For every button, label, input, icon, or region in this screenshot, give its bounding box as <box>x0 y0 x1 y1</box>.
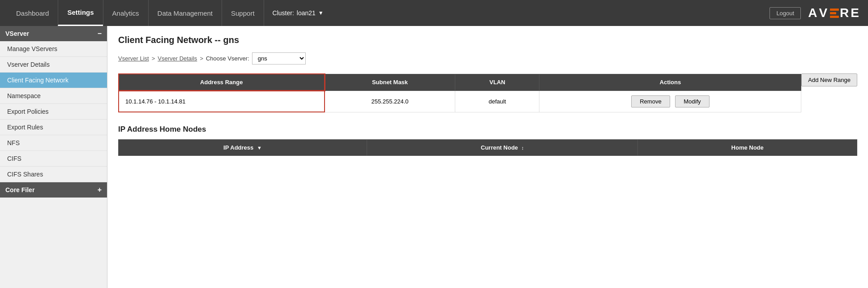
address-range-table: Address Range Subnet Mask VLAN Actions 1… <box>118 73 801 112</box>
vserver-select[interactable]: gns <box>252 52 306 64</box>
ip-address-sort-icon[interactable]: ▼ <box>257 145 262 150</box>
topbar: Dashboard Settings Analytics Data Manage… <box>0 0 868 26</box>
sidebar-item-cifs[interactable]: CIFS <box>0 151 107 167</box>
avere-logo: A V R E <box>808 6 861 20</box>
logo-r: R <box>840 6 851 20</box>
modify-button[interactable]: Modify <box>675 95 709 107</box>
logo-bar-icon <box>830 9 839 18</box>
logo-a: A <box>808 6 819 20</box>
sidebar: VServer − Manage VServers Vserver Detail… <box>0 26 107 288</box>
tab-analytics[interactable]: Analytics <box>103 0 149 26</box>
tab-settings[interactable]: Settings <box>58 0 103 26</box>
breadcrumb: Vserver List > Vserver Details > Choose … <box>118 52 857 64</box>
topbar-left: Dashboard Settings Analytics Data Manage… <box>7 0 324 26</box>
tab-support[interactable]: Support <box>222 0 264 26</box>
vserver-collapse-icon: − <box>98 30 102 38</box>
col-header-actions: Actions <box>539 74 801 90</box>
cell-address-range: 10.1.14.76 - 10.1.14.81 <box>119 90 325 112</box>
sidebar-item-nfs[interactable]: NFS <box>0 135 107 151</box>
logo-v: V <box>819 6 829 20</box>
vserver-section-header[interactable]: VServer − <box>0 26 107 41</box>
cluster-selector[interactable]: Cluster: loan21 ▼ <box>273 9 324 17</box>
sidebar-item-export-rules[interactable]: Export Rules <box>0 120 107 135</box>
col-header-current-node: Current Node ↕ <box>367 140 637 156</box>
cluster-label: Cluster: <box>273 9 294 17</box>
cell-actions: Remove Modify <box>539 90 801 112</box>
tab-dashboard[interactable]: Dashboard <box>7 0 58 26</box>
breadcrumb-sep1: > <box>152 55 155 62</box>
breadcrumb-vserver-list[interactable]: Vserver List <box>118 55 149 62</box>
col-header-ip-address: IP Address ▼ <box>119 140 367 156</box>
remove-button[interactable]: Remove <box>631 95 670 107</box>
logo-e: E <box>851 6 861 20</box>
sidebar-item-vserver-details[interactable]: Vserver Details <box>0 57 107 73</box>
core-filer-section-header[interactable]: Core Filer + <box>0 182 107 198</box>
col-header-address-range: Address Range <box>119 74 325 90</box>
core-filer-section-label: Core Filer <box>5 186 34 193</box>
sidebar-item-cifs-shares[interactable]: CIFS Shares <box>0 167 107 182</box>
breadcrumb-sep2: > <box>200 55 203 62</box>
sidebar-item-manage-vservers[interactable]: Manage VServers <box>0 41 107 57</box>
topbar-right: Logout A V R E <box>770 6 861 20</box>
cluster-name: loan21 <box>297 9 316 17</box>
ip-home-nodes-title: IP Address Home Nodes <box>118 125 857 134</box>
main-layout: VServer − Manage VServers Vserver Detail… <box>0 26 868 288</box>
logout-button[interactable]: Logout <box>770 7 801 19</box>
col-header-home-node: Home Node <box>638 140 857 156</box>
col-header-subnet-mask: Subnet Mask <box>325 74 455 90</box>
cell-vlan: default <box>455 90 539 112</box>
tab-data-management[interactable]: Data Management <box>148 0 222 26</box>
cell-subnet-mask: 255.255.224.0 <box>325 90 455 112</box>
sidebar-item-client-facing-network[interactable]: Client Facing Network <box>0 73 107 88</box>
page-title: Client Facing Network -- gns <box>118 35 857 45</box>
vserver-section-label: VServer <box>5 30 29 37</box>
table-row: 10.1.14.76 - 10.1.14.81 255.255.224.0 de… <box>119 90 801 112</box>
home-nodes-table: IP Address ▼ Current Node ↕ Home Node <box>118 139 857 156</box>
core-filer-expand-icon: + <box>98 186 102 194</box>
current-node-sort-icon[interactable]: ↕ <box>522 145 524 150</box>
add-new-range-button[interactable]: Add New Range <box>801 73 857 86</box>
content-area: Client Facing Network -- gns Vserver Lis… <box>107 26 868 288</box>
col-header-vlan: VLAN <box>455 74 539 90</box>
cluster-dropdown-arrow: ▼ <box>318 10 324 16</box>
sidebar-item-namespace[interactable]: Namespace <box>0 88 107 104</box>
breadcrumb-choose-label: Choose Vserver: <box>206 55 249 62</box>
sidebar-item-export-policies[interactable]: Export Policies <box>0 104 107 120</box>
breadcrumb-vserver-details[interactable]: Vserver Details <box>158 55 197 62</box>
